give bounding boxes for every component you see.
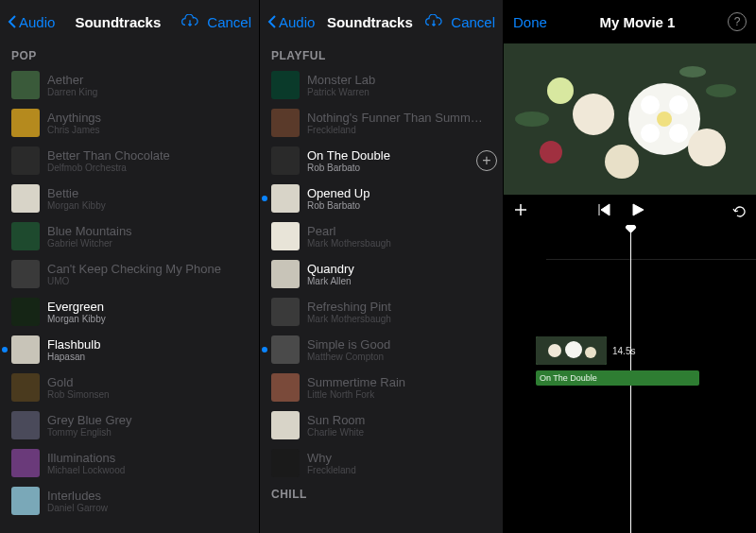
track-list: Monster LabPatrick WarrenNothing's Funne… <box>260 66 503 533</box>
chevron-left-icon <box>8 14 17 29</box>
play-button[interactable] <box>630 202 645 217</box>
panel-title: Soundtracks <box>75 14 161 30</box>
cloud-download-icon[interactable] <box>424 14 443 29</box>
svg-point-3 <box>669 95 688 114</box>
header: Audio Soundtracks Cancel <box>0 0 259 43</box>
help-button[interactable]: ? <box>728 12 747 31</box>
track-row[interactable]: AetherDarren King <box>0 66 259 104</box>
track-list: AetherDarren KingAnythingsChris JamesBet… <box>0 66 259 533</box>
track-title: Nothing's Funner Than Summ… <box>307 111 497 125</box>
track-row[interactable]: Blue MountainsGabriel Witcher <box>0 217 259 255</box>
track-artist: Patrick Warren <box>307 87 497 97</box>
timeline[interactable]: 14.5s On The Double <box>504 225 756 533</box>
back-button[interactable]: Audio <box>8 14 55 30</box>
track-row[interactable]: Nothing's Funner Than Summ…Freckleland <box>260 104 503 142</box>
back-button[interactable]: Audio <box>267 14 315 30</box>
track-title: Evergreen <box>47 300 253 314</box>
preview-thumbnail <box>504 43 756 195</box>
track-row[interactable]: Monster LabPatrick Warren <box>260 66 503 104</box>
svg-point-14 <box>679 66 706 77</box>
section-header-pop: POP <box>0 43 259 66</box>
track-artist: Freckleland <box>307 125 497 135</box>
track-title: Gold <box>47 375 253 389</box>
track-artist: Little North Fork <box>307 389 497 400</box>
track-row[interactable]: IlluminationsMichael Lockwood <box>0 444 259 482</box>
track-row[interactable]: AnythingsChris James <box>0 104 259 142</box>
track-artist: Michael Lockwood <box>47 465 253 475</box>
track-artist: Matthew Compton <box>307 352 497 362</box>
svg-point-8 <box>688 129 726 166</box>
track-row[interactable]: EvergreenMorgan Kibby <box>0 293 259 331</box>
track-row[interactable]: Can't Keep Checking My PhoneUMO <box>0 255 259 293</box>
track-artist: Rob Barbato <box>307 163 472 173</box>
track-artwork <box>271 411 300 439</box>
svg-point-9 <box>605 145 639 179</box>
track-title: Illuminations <box>47 451 253 465</box>
track-row[interactable]: On The DoubleRob Barbato+ <box>260 142 503 180</box>
track-title: Opened Up <box>307 186 497 200</box>
svg-point-13 <box>706 84 736 97</box>
video-preview[interactable] <box>504 43 756 195</box>
editor-header: Done My Movie 1 ? <box>504 0 756 43</box>
cloud-download-icon[interactable] <box>180 14 199 29</box>
svg-point-10 <box>540 141 562 163</box>
audio-clip[interactable]: On The Double <box>536 370 699 386</box>
track-title: Monster Lab <box>307 73 497 87</box>
track-artist: Tommy English <box>47 427 253 438</box>
track-row[interactable]: InterludesDaniel Garrow <box>0 482 259 520</box>
track-artwork <box>271 146 300 175</box>
track-artwork <box>271 335 300 364</box>
track-title: Interludes <box>47 489 253 503</box>
track-artwork <box>11 411 40 439</box>
downloaded-indicator-icon <box>262 196 267 201</box>
track-artist: Morgan Kibby <box>47 314 253 324</box>
track-row[interactable]: GoldRob Simonsen <box>0 369 259 406</box>
track-title: Bettie <box>47 186 253 200</box>
track-artist: Gabriel Witcher <box>47 238 253 249</box>
track-row[interactable]: Better Than ChocolateDelfmob Orchestra <box>0 142 259 180</box>
cancel-button[interactable]: Cancel <box>207 14 251 30</box>
cancel-button[interactable]: Cancel <box>451 14 495 30</box>
skip-start-button[interactable] <box>596 202 611 217</box>
track-title: Can't Keep Checking My Phone <box>47 262 253 276</box>
track-artist: Mark Allen <box>307 276 497 286</box>
done-button[interactable]: Done <box>513 14 547 30</box>
add-media-button[interactable] <box>513 202 528 217</box>
track-row[interactable]: BettieMorgan Kibby <box>0 180 259 217</box>
track-artwork <box>271 260 300 288</box>
track-row[interactable]: WhyFreckleland <box>260 444 503 482</box>
track-artwork <box>11 335 40 364</box>
undo-button[interactable] <box>731 202 747 217</box>
svg-point-17 <box>565 341 582 358</box>
downloaded-indicator-icon <box>2 347 8 352</box>
add-track-button[interactable]: + <box>476 150 497 171</box>
svg-point-5 <box>669 124 688 143</box>
track-row[interactable]: Simple is GoodMatthew Compton <box>260 331 503 369</box>
downloaded-indicator-icon <box>262 347 267 352</box>
svg-point-12 <box>515 112 549 127</box>
track-artwork <box>271 222 300 250</box>
clip-duration: 14.5s <box>612 346 635 356</box>
track-artwork <box>11 298 40 326</box>
track-artist: UMO <box>47 276 253 286</box>
track-artwork <box>11 71 40 99</box>
track-row[interactable]: Sun RoomCharlie White <box>260 406 503 444</box>
header: Audio Soundtracks Cancel <box>260 0 503 43</box>
track-artist: Mark Mothersbaugh <box>307 314 497 324</box>
track-row[interactable]: PearlMark Mothersbaugh <box>260 217 503 255</box>
track-artist: Mark Mothersbaugh <box>307 238 497 249</box>
track-title: Simple is Good <box>307 337 497 352</box>
track-row[interactable]: QuandryMark Allen <box>260 255 503 293</box>
track-row[interactable]: Grey Blue GreyTommy English <box>0 406 259 444</box>
track-title: Refreshing Pint <box>307 300 497 314</box>
track-row[interactable]: Summertime RainLittle North Fork <box>260 369 503 406</box>
track-artwork <box>11 109 40 137</box>
track-row[interactable]: Refreshing PintMark Mothersbaugh <box>260 293 503 331</box>
track-row[interactable]: FlashbulbHapasan <box>0 331 259 369</box>
svg-point-18 <box>585 347 596 358</box>
track-title: Pearl <box>307 224 497 238</box>
track-row[interactable]: Opened UpRob Barbato <box>260 180 503 217</box>
project-title: My Movie 1 <box>599 14 675 30</box>
back-label: Audio <box>279 14 315 30</box>
video-clip[interactable]: 14.5s <box>536 336 747 365</box>
